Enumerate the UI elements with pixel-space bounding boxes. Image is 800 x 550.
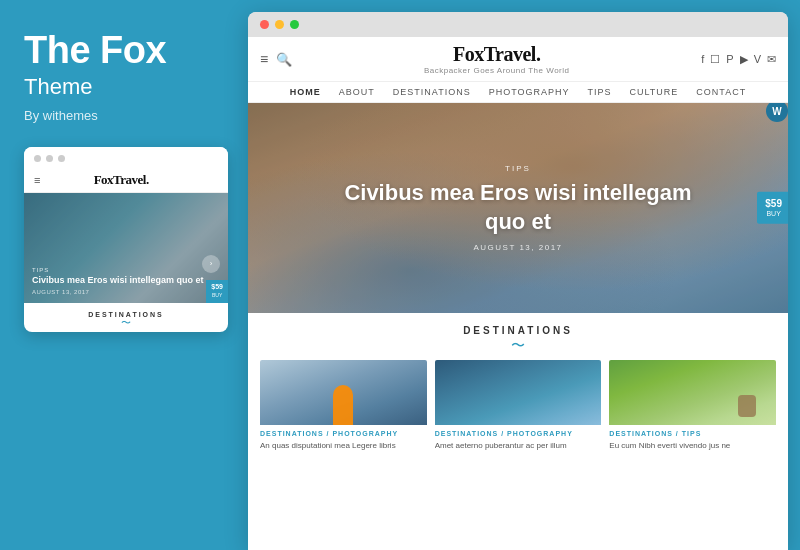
destinations-section: DESTINATIONS 〜 DESTINATIONS / PHOTOGRAPH… xyxy=(248,313,788,459)
site-header-left: ≡ 🔍 xyxy=(260,51,292,67)
hero-date: AUGUST 13, 2017 xyxy=(473,243,562,252)
nav-item-photography[interactable]: PHOTOGRAPHY xyxy=(489,87,570,97)
site-logo-area: FoxTravel. Backpacker Goes Around The Wo… xyxy=(424,43,570,75)
hero-overlay: TIPS Civibus mea Eros wisi intellegamquo… xyxy=(248,103,788,313)
mini-dot-2 xyxy=(46,155,53,162)
nav-item-destinations[interactable]: DESTINATIONS xyxy=(393,87,471,97)
mini-hero-date: AUGUST 13, 2017 xyxy=(32,289,89,295)
browser-content: ≡ 🔍 FoxTravel. Backpacker Goes Around Th… xyxy=(248,37,788,550)
mini-destinations: DESTINATIONS 〜 xyxy=(24,303,228,332)
hero-section: TIPS Civibus mea Eros wisi intellegamquo… xyxy=(248,103,788,313)
mini-hero-title: Civibus mea Eros wisi intellegam quo et xyxy=(32,275,204,287)
card-text-1: An quas disputationi mea Legere libris xyxy=(260,440,427,451)
nav-item-culture[interactable]: CULTURE xyxy=(630,87,679,97)
site-logo: FoxTravel. xyxy=(424,43,570,66)
section-wave-icon: 〜 xyxy=(260,338,776,352)
search-icon[interactable]: 🔍 xyxy=(276,52,292,67)
mini-header: ≡ FoxTravel. xyxy=(24,168,228,193)
browser-titlebar xyxy=(248,12,788,37)
browser-minimize-dot[interactable] xyxy=(275,20,284,29)
card-text-2: Amet aeterno puberantur ac per illum xyxy=(435,440,602,451)
email-icon[interactable]: ✉ xyxy=(767,53,776,66)
theme-title: The Fox xyxy=(24,30,228,72)
hero-price-badge[interactable]: $59 BUY xyxy=(757,192,788,224)
site-header: ≡ 🔍 FoxTravel. Backpacker Goes Around Th… xyxy=(248,37,788,82)
nav-item-about[interactable]: ABOUT xyxy=(339,87,375,97)
mini-tips-badge: TIPS xyxy=(32,267,49,273)
youtube-icon[interactable]: ▶ xyxy=(740,53,748,66)
destination-card-1[interactable]: DESTINATIONS / PHOTOGRAPHY An quas dispu… xyxy=(260,360,427,451)
hero-title: Civibus mea Eros wisi intellegamquo et xyxy=(344,179,691,236)
nav-item-home[interactable]: HOME xyxy=(290,87,321,97)
browser-maximize-dot[interactable] xyxy=(290,20,299,29)
site-tagline: Backpacker Goes Around The World xyxy=(424,66,570,75)
destination-card-2[interactable]: DESTINATIONS / PHOTOGRAPHY Amet aeterno … xyxy=(435,360,602,451)
mini-titlebar xyxy=(24,147,228,168)
destination-card-3[interactable]: DESTINATIONS / TIPS Eu cum Nibh everti v… xyxy=(609,360,776,451)
site-social-icons: f ☐ P ▶ V ✉ xyxy=(701,53,776,66)
browser-close-dot[interactable] xyxy=(260,20,269,29)
mini-wave-icon: 〜 xyxy=(32,318,220,328)
mini-dot-3 xyxy=(58,155,65,162)
theme-author: By withemes xyxy=(24,108,228,123)
browser-window: ≡ 🔍 FoxTravel. Backpacker Goes Around Th… xyxy=(248,12,788,550)
card-badge-2: DESTINATIONS / PHOTOGRAPHY xyxy=(435,430,602,437)
card-image-2 xyxy=(435,360,602,425)
hamburger-icon[interactable]: ≡ xyxy=(260,51,268,67)
mini-hamburger-icon: ≡ xyxy=(34,174,40,186)
card-badge-1: DESTINATIONS / PHOTOGRAPHY xyxy=(260,430,427,437)
pinterest-icon[interactable]: P xyxy=(726,53,733,65)
mini-price-badge: $59 BUY xyxy=(206,280,228,303)
card-image-3 xyxy=(609,360,776,425)
card-badge-3: DESTINATIONS / TIPS xyxy=(609,430,776,437)
hero-price: $59 xyxy=(765,198,782,209)
mini-logo: FoxTravel. xyxy=(94,172,149,188)
cards-grid: DESTINATIONS / PHOTOGRAPHY An quas dispu… xyxy=(260,360,776,451)
nav-item-tips[interactable]: TIPS xyxy=(588,87,612,97)
left-panel: The Fox Theme By withemes ≡ FoxTravel. T… xyxy=(0,0,248,550)
instagram-icon[interactable]: ☐ xyxy=(710,53,720,66)
mini-arrow-icon[interactable]: › xyxy=(202,255,220,273)
hero-buy-label: BUY xyxy=(765,210,782,218)
section-title: DESTINATIONS xyxy=(260,325,776,336)
card-text-3: Eu cum Nibh everti vivendo jus ne xyxy=(609,440,776,451)
mini-dot-1 xyxy=(34,155,41,162)
facebook-icon[interactable]: f xyxy=(701,53,704,65)
nav-item-contact[interactable]: CONTACT xyxy=(696,87,746,97)
mini-preview-card: ≡ FoxTravel. TIPS Civibus mea Eros wisi … xyxy=(24,147,228,332)
card-image-1 xyxy=(260,360,427,425)
vimeo-icon[interactable]: V xyxy=(754,53,761,65)
hero-tips-badge: TIPS xyxy=(505,164,531,173)
theme-subtitle: Theme xyxy=(24,74,228,100)
mini-hero: TIPS Civibus mea Eros wisi intellegam qu… xyxy=(24,193,228,303)
site-nav: HOME ABOUT DESTINATIONS PHOTOGRAPHY TIPS… xyxy=(248,82,788,103)
section-header: DESTINATIONS 〜 xyxy=(260,325,776,352)
mini-hero-overlay: TIPS Civibus mea Eros wisi intellegam qu… xyxy=(24,193,228,303)
